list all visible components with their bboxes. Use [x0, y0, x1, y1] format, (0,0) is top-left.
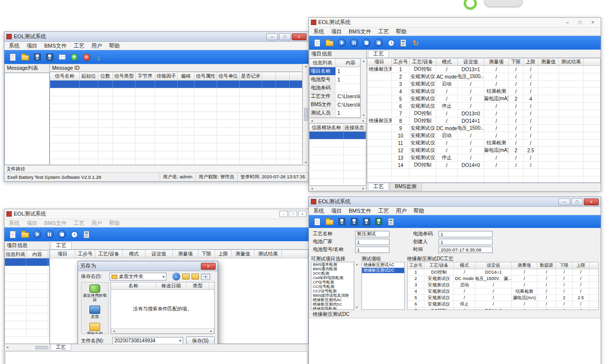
- close-button[interactable]: [292, 33, 306, 40]
- play-button[interactable]: [33, 230, 42, 239]
- scroll-down-icon[interactable]: [362, 114, 365, 117]
- close-button[interactable]: [298, 211, 306, 217]
- table-row[interactable]: 4安规测试仪//结果检测//: [367, 88, 600, 95]
- menu-item[interactable]: 用户: [392, 207, 410, 215]
- column-header[interactable]: 测试结果: [254, 250, 282, 258]
- remove-button[interactable]: [82, 53, 91, 61]
- scroll-thumb[interactable]: [304, 108, 308, 121]
- column-header[interactable]: 信号类型: [113, 72, 136, 80]
- column-header[interactable]: 测量项: [484, 58, 509, 65]
- column-header[interactable]: 传输因子: [155, 72, 178, 80]
- menu-item[interactable]: BMS文件: [345, 207, 375, 215]
- minimize-button[interactable]: [279, 211, 288, 217]
- menu-item[interactable]: 帮助: [392, 28, 410, 36]
- menu-item[interactable]: 用户: [88, 219, 106, 227]
- table-row[interactable]: 14DO控制/DO14=0///: [367, 162, 600, 169]
- open-folder-button[interactable]: [325, 217, 334, 226]
- scroll-down-icon[interactable]: [356, 306, 359, 309]
- column-header[interactable]: 上限: [215, 250, 232, 258]
- column-header[interactable]: 设定值: [475, 262, 512, 269]
- scroll-left-icon[interactable]: [6, 346, 9, 349]
- column-header[interactable]: 下限: [556, 262, 573, 269]
- info-row[interactable]: BMS文件C:\Users\lichangjiang\Desktop\: [309, 101, 360, 109]
- scroll-left-icon[interactable]: [310, 187, 313, 190]
- column-header[interactable]: 上限: [524, 58, 538, 65]
- export-button[interactable]: [374, 217, 383, 226]
- column-header[interactable]: 模式: [436, 58, 458, 65]
- new-file-button[interactable]: [8, 53, 17, 61]
- project-info-table[interactable]: 信息列表内容项目名称1电池型号1电池条码工艺文件C:\Users\lichang…: [309, 58, 360, 118]
- horizontal-scrollbar[interactable]: [309, 186, 366, 191]
- scroll-right-icon[interactable]: [362, 119, 365, 122]
- maximize-button[interactable]: [574, 19, 586, 27]
- project-info-table[interactable]: 信息列表内容: [4, 250, 50, 344]
- table-row[interactable]: 10安规测试仪启动////: [367, 132, 600, 140]
- dialog-titlebar[interactable]: 另存为: [78, 261, 218, 271]
- column-header[interactable]: 字节序: [136, 72, 155, 80]
- titlebar[interactable]: EOL测试系统: [309, 197, 601, 207]
- info-row[interactable]: 项目名称1: [309, 67, 360, 76]
- field-input[interactable]: 1: [355, 247, 389, 253]
- field-input[interactable]: 2020-07-17 8:35:08: [439, 247, 493, 253]
- column-header[interactable]: 数据源: [537, 262, 556, 269]
- scroll-right-icon[interactable]: [362, 187, 365, 190]
- horizontal-scrollbar[interactable]: [309, 118, 366, 123]
- vertical-scrollbar[interactable]: [303, 64, 308, 165]
- table-row[interactable]: 11安规测试仪//结果检测//: [367, 140, 600, 147]
- calculator-button[interactable]: [82, 230, 91, 239]
- signal-table[interactable]: 信号名称起始位位数信号类型字节序传输因子偏移信号属性信号单位是否记录: [50, 72, 303, 165]
- column-header[interactable]: 下限: [198, 250, 215, 258]
- menu-item[interactable]: 工艺: [375, 207, 392, 215]
- instrument-module-table[interactable]: 仪器模块名称连接状态: [309, 123, 366, 186]
- column-header[interactable]: 项目: [367, 58, 392, 65]
- save-button[interactable]: [337, 217, 346, 226]
- field-input[interactable]: 1: [439, 231, 493, 237]
- titlebar[interactable]: EOL测试系统: [4, 32, 308, 42]
- pause-button[interactable]: [45, 230, 54, 239]
- table-row[interactable]: 5安规测试仪//漏电流(mA)/22.5: [408, 295, 598, 301]
- menu-item[interactable]: 系统: [5, 42, 23, 50]
- save-as-button[interactable]: [45, 53, 54, 61]
- column-header[interactable]: 连接状态: [344, 124, 365, 131]
- column-header[interactable]: 起始位: [80, 72, 98, 80]
- menu-item[interactable]: 系统: [310, 207, 328, 215]
- open-folder-button[interactable]: [325, 38, 334, 47]
- menu-item[interactable]: 帮助: [410, 207, 428, 215]
- filename-input[interactable]: 202007308149934: [112, 337, 183, 344]
- list-item[interactable]: 绝缘耐压测试DC: [311, 302, 354, 307]
- scroll-left-icon[interactable]: [112, 330, 115, 333]
- menu-item[interactable]: 帮助: [106, 42, 123, 50]
- close-button[interactable]: [587, 19, 599, 27]
- column-header[interactable]: 信号单位: [217, 72, 240, 80]
- column-header[interactable]: 工步号: [76, 250, 95, 258]
- message-list[interactable]: [4, 73, 50, 165]
- download-button[interactable]: [94, 53, 103, 61]
- record-button[interactable]: [374, 38, 383, 47]
- column-header[interactable]: 信息列表: [5, 251, 27, 258]
- pause-button[interactable]: [350, 38, 359, 47]
- column-header[interactable]: 内容: [27, 251, 48, 258]
- play-button[interactable]: [337, 38, 346, 47]
- maximize-button[interactable]: [571, 198, 583, 205]
- clock-button[interactable]: [387, 38, 395, 47]
- list-item[interactable]: BMS故障读取及清除: [311, 293, 354, 298]
- field-input[interactable]: 耐压测试: [355, 231, 389, 237]
- column-header[interactable]: 测量值: [232, 250, 254, 258]
- column-header[interactable]: 工艺/设备: [95, 250, 123, 258]
- column-header[interactable]: 仪器模块名称: [309, 124, 344, 131]
- maximize-button[interactable]: [289, 211, 297, 217]
- new-folder-button[interactable]: [192, 274, 199, 280]
- table-row[interactable]: [5, 258, 49, 266]
- column-header[interactable]: 修改日期: [156, 282, 187, 289]
- decor-pill-button[interactable]: [484, 0, 523, 7]
- menu-item[interactable]: BMS文件: [41, 219, 70, 227]
- list-item[interactable]: Cell采样电阻检测: [311, 276, 354, 280]
- table-row[interactable]: 2安规测试仪AC mode电压_1500...///: [367, 73, 600, 81]
- column-header[interactable]: 偏移: [178, 72, 194, 80]
- list-item[interactable]: 绝缘电阻检测: [311, 307, 354, 310]
- column-header[interactable]: [262, 72, 276, 80]
- column-header[interactable]: 模式: [123, 250, 145, 258]
- scroll-up-icon[interactable]: [305, 65, 307, 68]
- dialog-close-button[interactable]: [201, 263, 216, 270]
- scroll-left-icon[interactable]: [310, 119, 313, 122]
